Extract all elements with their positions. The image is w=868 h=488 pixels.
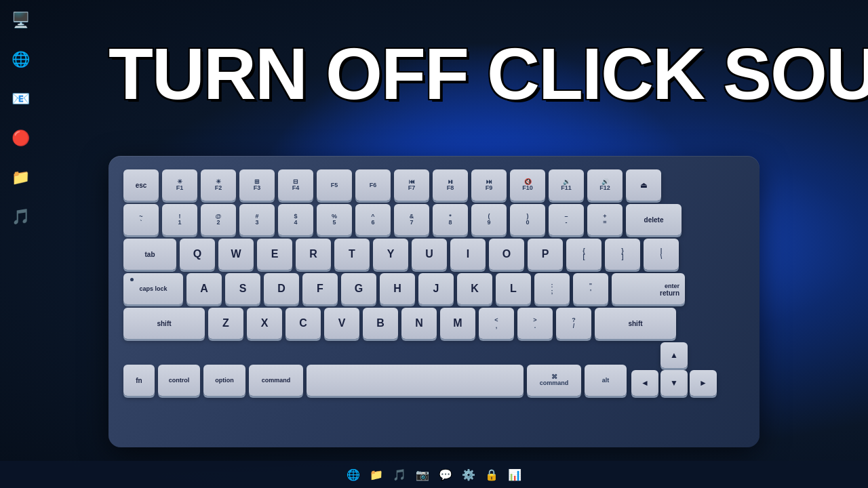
taskbar-icon-4[interactable]: 📷	[413, 465, 432, 484]
key-o[interactable]: O	[489, 239, 524, 270]
key-q[interactable]: Q	[180, 239, 215, 270]
key-0[interactable]: ) 0	[510, 204, 545, 235]
key-capslock[interactable]: caps lock	[123, 273, 183, 304]
key-comma[interactable]: < ,	[479, 308, 514, 339]
key-f12[interactable]: 🔊 F12	[587, 169, 623, 201]
key-option-right[interactable]: alt	[585, 365, 627, 396]
key-f8-bottom: F8	[447, 185, 454, 191]
key-i[interactable]: I	[450, 239, 486, 270]
key-command-left[interactable]: command	[249, 365, 303, 396]
key-l[interactable]: L	[496, 273, 531, 304]
key-tilde[interactable]: ~ `	[123, 204, 159, 235]
key-4[interactable]: $ 4	[278, 204, 313, 235]
key-c[interactable]: C	[285, 308, 321, 339]
key-enter[interactable]: enter return	[612, 273, 685, 304]
key-7[interactable]: & 7	[394, 204, 429, 235]
key-1[interactable]: ! 1	[162, 204, 197, 235]
key-f6-bottom: F6	[370, 182, 377, 188]
key-f5[interactable]: F5	[317, 169, 352, 201]
key-m[interactable]: M	[440, 308, 475, 339]
key-u[interactable]: U	[412, 239, 447, 270]
key-f4-bottom: F4	[292, 185, 300, 191]
key-arrow-up[interactable]: ▲	[660, 342, 688, 368]
key-fn[interactable]: fn	[123, 365, 155, 396]
key-f11-bottom: F11	[561, 185, 572, 191]
key-k[interactable]: K	[457, 273, 492, 304]
key-f10[interactable]: 🔇 F10	[510, 169, 545, 201]
key-n[interactable]: N	[401, 308, 437, 339]
key-f7[interactable]: ⏮ F7	[394, 169, 429, 201]
key-period[interactable]: > .	[517, 308, 553, 339]
capslock-indicator	[130, 278, 134, 281]
key-8[interactable]: * 8	[433, 204, 468, 235]
key-semicolon[interactable]: : ;	[534, 273, 570, 304]
key-f[interactable]: F	[302, 273, 338, 304]
key-slash[interactable]: ? /	[556, 308, 591, 339]
taskbar-icon-3[interactable]: 🎵	[390, 465, 409, 484]
key-v[interactable]: V	[324, 308, 359, 339]
desktop-icon-4[interactable]: 🔴	[7, 125, 34, 152]
key-f9-bottom: F9	[486, 185, 493, 191]
key-x[interactable]: X	[247, 308, 282, 339]
taskbar-icon-2[interactable]: 📁	[367, 465, 386, 484]
key-tab[interactable]: tab	[123, 239, 176, 270]
taskbar-icon-5[interactable]: 💬	[436, 465, 455, 484]
key-command-right[interactable]: ⌘ command	[527, 365, 581, 396]
key-a[interactable]: A	[186, 273, 222, 304]
key-2[interactable]: @ 2	[201, 204, 236, 235]
key-esc[interactable]: esc	[123, 169, 159, 201]
key-d[interactable]: D	[264, 273, 299, 304]
key-quote[interactable]: " '	[573, 273, 608, 304]
key-3[interactable]: # 3	[239, 204, 275, 235]
key-minus[interactable]: – -	[549, 204, 584, 235]
key-5[interactable]: % 5	[317, 204, 352, 235]
key-space[interactable]	[307, 365, 524, 396]
key-arrow-down[interactable]: ▼	[660, 370, 688, 396]
key-f3[interactable]: ⊞ F3	[239, 169, 275, 201]
key-f1-bottom: F1	[176, 185, 184, 191]
desktop-icon-1[interactable]: 🖥️	[7, 7, 34, 34]
key-arrow-right[interactable]: ►	[690, 370, 717, 396]
key-6[interactable]: ^ 6	[355, 204, 391, 235]
key-eject[interactable]: ⏏	[626, 169, 661, 201]
key-f6[interactable]: F6	[355, 169, 391, 201]
key-s[interactable]: S	[225, 273, 260, 304]
key-option-left[interactable]: option	[203, 365, 245, 396]
desktop-icon-6[interactable]: 🎵	[7, 203, 34, 230]
key-f2[interactable]: ☀ F2	[201, 169, 236, 201]
key-b[interactable]: B	[363, 308, 398, 339]
desktop-icon-2[interactable]: 🌐	[7, 46, 34, 73]
key-f11[interactable]: 🔉 F11	[549, 169, 584, 201]
key-f1[interactable]: ☀ F1	[162, 169, 197, 201]
desktop-icon-3[interactable]: 📧	[7, 85, 34, 113]
key-arrow-left[interactable]: ◄	[631, 370, 658, 396]
key-rbracket[interactable]: } ]	[605, 239, 640, 270]
key-e[interactable]: E	[257, 239, 292, 270]
key-f9[interactable]: ⏭ F9	[471, 169, 507, 201]
key-control[interactable]: control	[158, 365, 200, 396]
taskbar-icon-8[interactable]: 📊	[505, 465, 524, 484]
desktop-icon-5[interactable]: 📁	[7, 164, 34, 191]
key-g[interactable]: G	[341, 273, 376, 304]
keyboard-row-zxcv: shift Z X C V B N M < , > . ? / shift	[123, 308, 745, 339]
taskbar-icon-7[interactable]: 🔒	[482, 465, 501, 484]
key-r[interactable]: R	[296, 239, 331, 270]
key-lbracket[interactable]: { [	[566, 239, 601, 270]
key-delete[interactable]: delete	[626, 204, 682, 235]
key-p[interactable]: P	[528, 239, 563, 270]
taskbar-icon-6[interactable]: ⚙️	[459, 465, 478, 484]
key-f4[interactable]: ⊟ F4	[278, 169, 313, 201]
key-shift-right[interactable]: shift	[595, 308, 676, 339]
key-equals[interactable]: + =	[587, 204, 623, 235]
key-t[interactable]: T	[334, 239, 370, 270]
key-j[interactable]: J	[418, 273, 454, 304]
key-h[interactable]: H	[380, 273, 415, 304]
key-f8[interactable]: ⏯ F8	[433, 169, 468, 201]
key-z[interactable]: Z	[208, 308, 243, 339]
key-y[interactable]: Y	[373, 239, 408, 270]
key-9[interactable]: ( 9	[471, 204, 507, 235]
key-w[interactable]: W	[218, 239, 254, 270]
key-backslash[interactable]: | \	[644, 239, 679, 270]
key-shift-left[interactable]: shift	[123, 308, 205, 339]
taskbar-icon-1[interactable]: 🌐	[344, 465, 363, 484]
